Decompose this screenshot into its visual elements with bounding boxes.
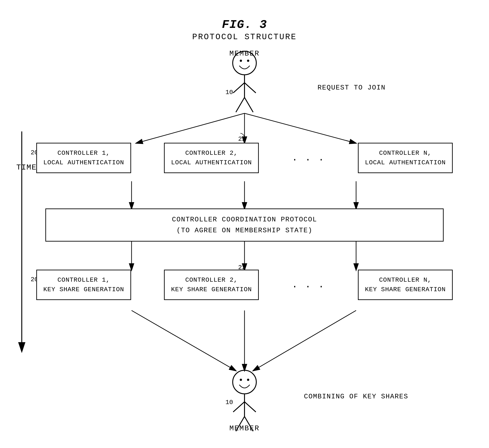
figure-title: FIG. 3 PROTOCOL STRUCTURE <box>192 18 297 42</box>
controller-2-keygen-box: CONTROLLER 2, KEY SHARE GENERATION <box>164 270 259 300</box>
ctrl2-key-line2: KEY SHARE GENERATION <box>171 285 252 294</box>
controller-2-auth-box: CONTROLLER 2, LOCAL AUTHENTICATION <box>164 143 259 173</box>
svg-point-19 <box>233 370 256 394</box>
dots-row1: . . . <box>292 152 325 163</box>
ctrl2-key-line1: CONTROLLER 2, <box>171 275 252 285</box>
svg-line-27 <box>132 311 236 371</box>
svg-point-4 <box>247 60 249 62</box>
ctrlN-key-line2: KEY SHARE GENERATION <box>365 285 446 294</box>
ctrl1-auth-line1: CONTROLLER 1, <box>43 148 124 158</box>
svg-line-7 <box>245 83 256 93</box>
svg-line-9 <box>245 97 253 112</box>
svg-point-20 <box>240 379 242 381</box>
svg-line-12 <box>245 113 356 143</box>
time-label: TIME <box>16 163 37 172</box>
ctrlN-auth-line2: LOCAL AUTHENTICATION <box>365 158 446 168</box>
member-top-label: MEMBER <box>229 49 259 58</box>
ctrl1-auth-line2: LOCAL AUTHENTICATION <box>43 158 124 168</box>
controller-n-keygen-box: CONTROLLER N, KEY SHARE GENERATION <box>358 270 453 300</box>
dots-row2: . . . <box>292 280 325 290</box>
ref-22-top-mid: 22 <box>238 136 246 143</box>
ref-10-bot: 10 <box>225 399 233 406</box>
svg-point-21 <box>247 379 249 381</box>
request-label: REQUEST TO JOIN <box>317 84 386 92</box>
svg-line-8 <box>236 97 245 112</box>
page: FIG. 3 PROTOCOL STRUCTURE TIME 10 20 22 … <box>0 0 489 448</box>
svg-line-24 <box>245 402 256 412</box>
svg-line-29 <box>253 311 356 371</box>
ctrl1-key-line1: CONTROLLER 1, <box>43 275 124 285</box>
ctrl2-auth-line1: CONTROLLER 2, <box>171 148 252 158</box>
member-bottom-label: MEMBER <box>229 424 259 432</box>
ref-10-top: 10 <box>225 89 233 96</box>
ctrlN-key-line1: CONTROLLER N, <box>365 275 446 285</box>
controller-1-keygen-box: CONTROLLER 1, KEY SHARE GENERATION <box>36 270 131 300</box>
svg-line-10 <box>136 113 245 143</box>
coord-line2: (TO AGREE ON MEMBERSHIP STATE) <box>52 225 437 236</box>
controller-n-auth-box: CONTROLLER N, LOCAL AUTHENTICATION <box>358 143 453 173</box>
svg-line-6 <box>233 83 245 93</box>
fig-subtitle: PROTOCOL STRUCTURE <box>192 32 297 42</box>
controllers-row1: CONTROLLER 1, LOCAL AUTHENTICATION CONTR… <box>36 143 453 173</box>
coord-box: CONTROLLER COORDINATION PROTOCOL (TO AGR… <box>45 208 444 241</box>
controller-1-auth-box: CONTROLLER 1, LOCAL AUTHENTICATION <box>36 143 131 173</box>
svg-line-23 <box>233 402 245 412</box>
combining-label: COMBINING OF KEY SHARES <box>304 393 408 400</box>
svg-point-3 <box>240 60 242 62</box>
fig-number: FIG. 3 <box>192 18 297 32</box>
ctrl1-key-line2: KEY SHARE GENERATION <box>43 285 124 294</box>
controllers-row2: CONTROLLER 1, KEY SHARE GENERATION CONTR… <box>36 270 453 300</box>
ctrl2-auth-line2: LOCAL AUTHENTICATION <box>171 158 252 168</box>
ctrlN-auth-line1: CONTROLLER N, <box>365 148 446 158</box>
coord-line1: CONTROLLER COORDINATION PROTOCOL <box>52 214 437 225</box>
